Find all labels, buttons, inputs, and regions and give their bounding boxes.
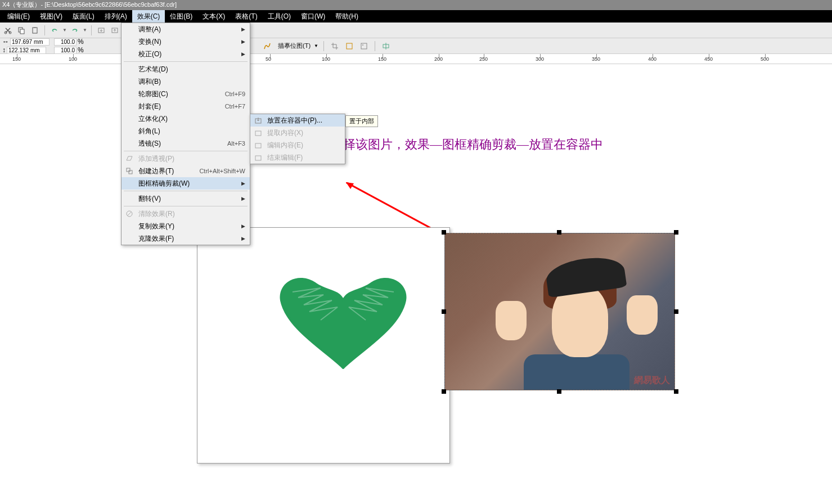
menu-9[interactable]: 窗口(W) xyxy=(296,10,330,23)
menu-7[interactable]: 表格(T) xyxy=(230,10,262,23)
svg-rect-16 xyxy=(127,168,130,172)
extract-icon xyxy=(254,128,263,137)
svg-rect-10 xyxy=(361,43,367,49)
selected-image[interactable]: 網易歌人 xyxy=(444,233,675,390)
effects-item-13[interactable]: 创建边界(T)Ctrl+Alt+Shift+W xyxy=(122,165,250,177)
effects-item-10[interactable]: 透镜(S)Alt+F3 xyxy=(122,137,250,150)
bitmap-icon[interactable] xyxy=(358,40,370,52)
tooltip: 置于内部 xyxy=(345,115,378,127)
clear-icon xyxy=(125,209,134,218)
finish-icon xyxy=(254,153,263,162)
effects-item-2[interactable]: 校正(O)▶ xyxy=(122,48,250,60)
effects-item-19[interactable]: 复制效果(Y)▶ xyxy=(122,220,250,232)
effects-item-12: 添加透视(P) xyxy=(122,152,250,165)
trace-bitmap-icon[interactable] xyxy=(262,40,273,52)
title-bar: X4（专业版）- [E:\Desktop\56ebc9c622866\56ebc… xyxy=(0,0,832,10)
svg-rect-22 xyxy=(255,143,261,148)
menu-1[interactable]: 视图(V) xyxy=(35,10,68,23)
menu-bar: 编辑(E)视图(V)版面(L)排列(A)效果(C)位图(B)文本(X)表格(T)… xyxy=(0,10,832,22)
effects-item-9[interactable]: 斜角(L) xyxy=(122,125,250,137)
menu-3[interactable]: 排列(A) xyxy=(100,10,132,23)
effects-menu: 调整(A)▶变换(N)▶校正(O)▶艺术笔(D)调和(B)轮廓图(C)Ctrl+… xyxy=(121,22,250,245)
align-icon[interactable] xyxy=(380,40,392,52)
paste-icon[interactable] xyxy=(29,25,41,36)
selection-handle[interactable] xyxy=(557,389,561,394)
cut-icon[interactable] xyxy=(2,25,14,36)
svg-point-11 xyxy=(362,44,363,46)
powerclip-item-2: 编辑内容(E) xyxy=(250,139,345,151)
menu-6[interactable]: 文本(X) xyxy=(197,10,230,23)
effects-item-16[interactable]: 翻转(V)▶ xyxy=(122,192,250,205)
selection-handle[interactable] xyxy=(674,230,678,235)
powerclip-submenu: 放置在容器中(P)...提取内容(X)编辑内容(E)结束编辑(F) xyxy=(250,114,345,164)
powerclip-item-3: 结束编辑(F) xyxy=(250,151,345,164)
menu-4[interactable]: 效果(C) xyxy=(132,10,165,23)
menu-8[interactable]: 工具(O) xyxy=(263,10,296,23)
trace-bitmap-label[interactable]: 描摹位图(T) xyxy=(278,42,311,50)
effects-item-18: 清除效果(R) xyxy=(122,208,250,220)
resample-icon[interactable] xyxy=(344,40,355,52)
svg-rect-21 xyxy=(255,131,261,136)
selection-handle[interactable] xyxy=(442,230,446,235)
menu-2[interactable]: 版面(L) xyxy=(68,10,100,23)
selection-handle[interactable] xyxy=(674,309,678,314)
height-icon: ↕ xyxy=(2,46,6,54)
width-input[interactable] xyxy=(10,38,50,46)
svg-rect-17 xyxy=(129,170,132,174)
svg-rect-9 xyxy=(347,43,352,49)
powerclip-item-0[interactable]: 放置在容器中(P)... xyxy=(250,114,345,127)
bound-icon xyxy=(125,166,134,176)
watermark-text: 網易歌人 xyxy=(634,375,670,386)
effects-item-6[interactable]: 轮廓图(C)Ctrl+F9 xyxy=(122,88,250,100)
person-figure xyxy=(490,245,663,390)
effects-item-4[interactable]: 艺术笔(D) xyxy=(122,63,250,75)
redo-icon[interactable] xyxy=(69,25,80,36)
effects-item-14[interactable]: 图框精确剪裁(W)▶ xyxy=(122,177,250,190)
height-input[interactable] xyxy=(7,47,46,54)
place-icon xyxy=(254,116,263,125)
effects-item-8[interactable]: 立体化(X) xyxy=(122,112,250,125)
menu-5[interactable]: 位图(B) xyxy=(165,10,197,23)
selection-handle[interactable] xyxy=(674,389,678,394)
selection-handle[interactable] xyxy=(557,230,561,235)
effects-item-5[interactable]: 调和(B) xyxy=(122,75,250,88)
svg-marker-15 xyxy=(346,182,354,189)
svg-rect-5 xyxy=(34,27,36,28)
crop-icon[interactable] xyxy=(329,40,340,52)
powerclip-item-1: 提取内容(X) xyxy=(250,127,345,139)
effects-item-7[interactable]: 封套(E)Ctrl+F7 xyxy=(122,100,250,112)
import-icon[interactable] xyxy=(96,25,107,36)
scale-x-input[interactable] xyxy=(54,38,77,46)
width-icon: ↔ xyxy=(2,38,9,46)
svg-rect-23 xyxy=(255,156,261,160)
heart-shape xyxy=(270,261,416,374)
instruction-text: 3、选择该图片，效果—图框精确剪裁—放置在容器中 xyxy=(312,136,603,153)
selection-handle[interactable] xyxy=(442,389,446,394)
copy-icon[interactable] xyxy=(16,25,27,36)
svg-rect-4 xyxy=(33,28,37,33)
menu-10[interactable]: 帮助(H) xyxy=(330,10,363,23)
undo-icon[interactable] xyxy=(49,25,60,36)
selection-handle[interactable] xyxy=(442,309,446,314)
effects-item-1[interactable]: 变换(N)▶ xyxy=(122,35,250,48)
svg-line-19 xyxy=(127,212,132,216)
scale-y-input[interactable] xyxy=(54,47,77,54)
menu-0[interactable]: 编辑(E) xyxy=(2,10,35,23)
persp-icon xyxy=(125,154,134,163)
effects-item-0[interactable]: 调整(A)▶ xyxy=(122,23,250,35)
effects-item-20[interactable]: 克隆效果(F)▶ xyxy=(122,232,250,245)
export-icon[interactable] xyxy=(109,25,120,36)
svg-rect-3 xyxy=(20,29,24,34)
edit-icon xyxy=(254,141,263,150)
